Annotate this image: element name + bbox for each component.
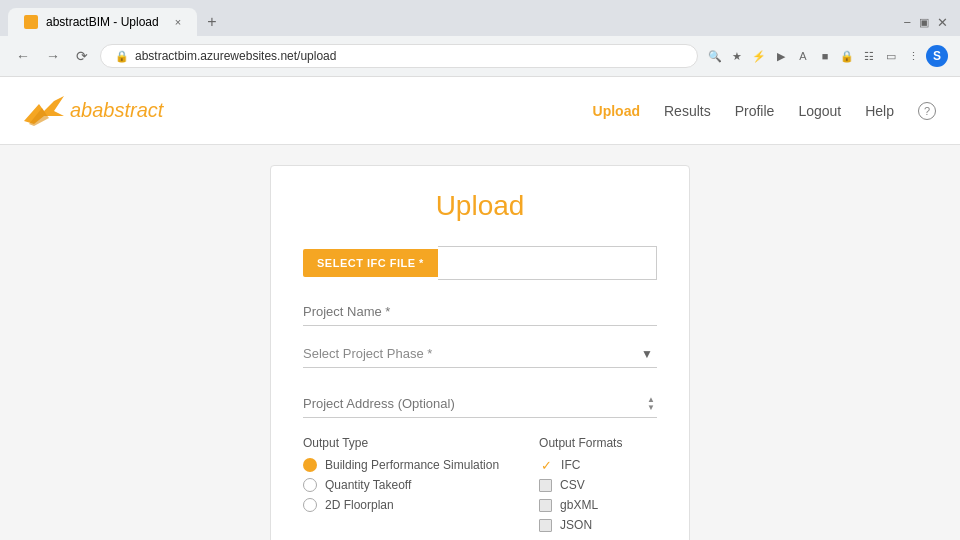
tab-close-button[interactable]: × [175,16,181,28]
bookmark-icon[interactable]: ★ [728,47,746,65]
browser-toolbar-icons: 🔍 ★ ⚡ ▶ A ■ 🔒 ☷ ▭ ⋮ S [706,45,948,67]
file-selector-row: SELECT IFC FILE * [303,246,657,280]
address-arrows-icon[interactable]: ▲ ▼ [647,396,655,412]
check-filled-icon: ✓ [539,458,553,472]
project-address-input[interactable] [303,390,657,417]
output-formats-col: Output Formats ✓ IFC CSV gbXML JSON [539,436,622,538]
translate-icon[interactable]: A [794,47,812,65]
minimize-button[interactable]: − [903,15,911,30]
close-button[interactable]: ✕ [937,15,948,30]
nav-link-logout[interactable]: Logout [798,103,841,119]
output-type-col: Output Type Building Performance Simulat… [303,436,499,538]
browser-chrome: abstractBIM - Upload × + − ▣ ✕ ← → ⟳ 🔒 a… [0,0,960,77]
apps-icon[interactable]: ☷ [860,47,878,65]
format-gbxml-label: gbXML [560,498,598,512]
new-tab-button[interactable]: + [201,11,222,33]
address-bar: ← → ⟳ 🔒 abstractbim.azurewebsites.net/up… [0,36,960,76]
main-content: Upload SELECT IFC FILE * Select Project … [0,145,960,540]
help-icon[interactable]: ? [918,102,936,120]
project-phase-select[interactable]: Select Project Phase * Design Constructi… [303,340,657,367]
output-format-csv[interactable]: CSV [539,478,622,492]
project-name-field [303,298,657,326]
output-formats-title: Output Formats [539,436,622,450]
cast-icon[interactable]: ▭ [882,47,900,65]
lock-icon: 🔒 [115,50,129,63]
format-json-label: JSON [560,518,592,532]
extension-icon[interactable]: ⚡ [750,47,768,65]
nav-link-upload[interactable]: Upload [593,103,640,119]
tab-bar: abstractBIM - Upload × + − ▣ ✕ [0,0,960,36]
url-text: abstractbim.azurewebsites.net/upload [135,49,336,63]
output-type-qty[interactable]: Quantity Takeoff [303,478,499,492]
radio-filled-icon [303,458,317,472]
project-phase-wrapper: Select Project Phase * Design Constructi… [303,340,657,368]
project-address-field: ▲ ▼ [303,390,657,418]
project-name-input[interactable] [303,298,657,326]
check-box-icon-2 [539,499,552,512]
output-format-ifc[interactable]: ✓ IFC [539,458,622,472]
security-icon[interactable]: 🔒 [838,47,856,65]
radio-empty-icon [303,478,317,492]
logo-text: ababstract [70,99,163,122]
output-type-floor[interactable]: 2D Floorplan [303,498,499,512]
active-tab[interactable]: abstractBIM - Upload × [8,8,197,36]
search-icon[interactable]: 🔍 [706,47,724,65]
check-box-icon-3 [539,519,552,532]
upload-title: Upload [303,190,657,222]
output-format-json[interactable]: JSON [539,518,622,532]
file-input-box[interactable] [438,246,657,280]
nav-link-help[interactable]: Help [865,103,894,119]
logo-area: ababstract [24,96,163,126]
address-wrapper: ▲ ▼ [303,390,657,418]
tab-favicon [24,15,38,29]
more-icon[interactable]: ⋮ [904,47,922,65]
output-type-bps[interactable]: Building Performance Simulation [303,458,499,472]
format-csv-label: CSV [560,478,585,492]
app-navbar: ababstract Upload Results Profile Logout… [0,77,960,145]
restore-button[interactable]: ▣ [919,16,929,29]
nav-link-profile[interactable]: Profile [735,103,775,119]
radio-empty-icon-2 [303,498,317,512]
user-profile-circle[interactable]: S [926,45,948,67]
url-box[interactable]: 🔒 abstractbim.azurewebsites.net/upload [100,44,698,68]
project-phase-field: Select Project Phase * Design Constructi… [303,340,657,368]
output-type-bps-label: Building Performance Simulation [325,458,499,472]
nav-link-results[interactable]: Results [664,103,711,119]
output-type-title: Output Type [303,436,499,450]
select-file-button[interactable]: SELECT IFC FILE * [303,249,438,277]
refresh-button[interactable]: ⟳ [72,46,92,66]
output-format-gbxml[interactable]: gbXML [539,498,622,512]
output-type-floor-label: 2D Floorplan [325,498,394,512]
logo-bird-icon [24,96,64,126]
nav-links: Upload Results Profile Logout Help ? [593,102,936,120]
sync-icon[interactable]: ▶ [772,47,790,65]
output-row: Output Type Building Performance Simulat… [303,436,657,538]
tab-title: abstractBIM - Upload [46,15,159,29]
output-type-qty-label: Quantity Takeoff [325,478,411,492]
adblock-icon[interactable]: ■ [816,47,834,65]
check-box-icon [539,479,552,492]
format-ifc-label: IFC [561,458,580,472]
forward-button[interactable]: → [42,46,64,66]
upload-card: Upload SELECT IFC FILE * Select Project … [270,165,690,540]
back-button[interactable]: ← [12,46,34,66]
